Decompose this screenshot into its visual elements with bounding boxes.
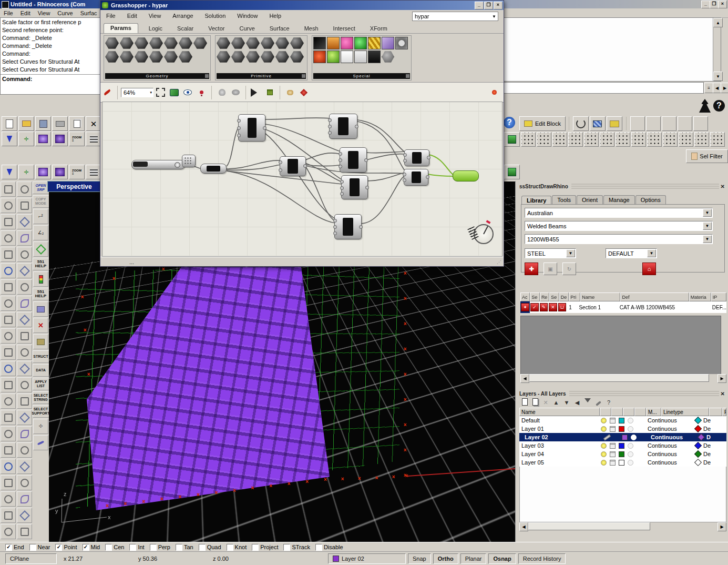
rhino-tool-icon[interactable] <box>17 312 32 327</box>
geometry-param-icon[interactable] <box>179 37 192 49</box>
dial-widget[interactable] <box>471 222 496 246</box>
osnap-checkbox-mid[interactable]: ✓ <box>83 544 89 551</box>
geometry-param-icon[interactable] <box>193 37 207 49</box>
gh-menu-arrange[interactable]: Arrange <box>172 13 193 19</box>
material-combo[interactable]: STEEL▼ <box>525 248 576 258</box>
geometry-param-icon[interactable] <box>120 51 134 63</box>
array-grid-icon[interactable] <box>662 116 676 131</box>
osnap-checkbox-strack[interactable] <box>283 544 290 551</box>
rhino-tool-icon[interactable] <box>17 459 32 474</box>
layer-linetype[interactable]: Continuous <box>648 426 693 432</box>
restore-button[interactable]: ❐ <box>710 1 719 8</box>
rhino-tool-icon[interactable] <box>1 377 16 392</box>
tab-intersect[interactable]: Intersect <box>333 25 355 33</box>
rotate-button[interactable]: ↻ <box>562 263 576 275</box>
layer-row[interactable]: Layer 03ContinuousDe <box>519 441 726 450</box>
point-array-icon[interactable] <box>584 132 599 147</box>
help-ball-icon[interactable]: ? <box>504 117 515 128</box>
menu-curve[interactable]: Curve <box>57 10 73 16</box>
zoom-extents-icon[interactable] <box>52 132 68 146</box>
special-param-icon[interactable] <box>382 51 394 63</box>
layer-name[interactable]: Layer 03 <box>519 442 599 449</box>
tools-icon[interactable] <box>593 399 603 406</box>
primitive-param-icon[interactable] <box>246 51 260 63</box>
osnap-checkbox-disable[interactable] <box>315 544 322 551</box>
geometry-param-icon[interactable] <box>120 37 134 49</box>
zoom-text-icon[interactable]: ZOOM≡ <box>69 132 85 146</box>
component-green-icon[interactable] <box>504 132 520 147</box>
rhino-tool-icon[interactable] <box>17 328 32 344</box>
layer-name[interactable]: Default <box>519 417 599 423</box>
rhino-tool-icon[interactable] <box>1 394 16 409</box>
rhino-tool-icon[interactable] <box>17 394 32 409</box>
special-param-icon[interactable] <box>313 51 326 63</box>
primitive-param-icon[interactable] <box>261 51 274 63</box>
primitive-param-icon[interactable] <box>217 37 230 49</box>
osnap-checkbox-knot[interactable] <box>227 544 233 551</box>
zoom-extents-icon[interactable] <box>52 165 68 179</box>
rhino-tool-icon[interactable] <box>17 198 32 213</box>
gh-menu-help[interactable]: Help <box>269 13 281 19</box>
geometry-param-icon[interactable] <box>105 37 119 49</box>
struct-panel-titlebar[interactable]: ssStructDrawRhino ✕ <box>519 183 726 190</box>
layers-titlebar[interactable]: Layers - All Layers ✕ <box>519 390 726 397</box>
header-name[interactable]: Name <box>519 408 600 416</box>
rhino-tool-icon[interactable] <box>17 279 32 295</box>
section-combo[interactable]: 1200WB455▼ <box>525 234 713 244</box>
lock-icon[interactable] <box>608 451 617 457</box>
tab-vector[interactable]: Vector <box>208 25 224 33</box>
scroll-left-icon[interactable]: ◀ <box>520 374 529 383</box>
macro-551-help[interactable]: 551 HELP <box>33 258 49 270</box>
layer-name[interactable]: Layer 05 <box>519 459 599 466</box>
struct-close-icon[interactable]: ✕ <box>719 184 726 189</box>
scroll-left-icon[interactable]: ◀ <box>519 522 528 531</box>
tab-surface[interactable]: Surface <box>270 25 290 33</box>
special-param-icon[interactable] <box>341 51 353 63</box>
save-icon[interactable] <box>35 116 51 131</box>
primitive-param-icon[interactable] <box>217 51 230 63</box>
number-slider[interactable] <box>131 160 185 169</box>
point-array-icon[interactable] <box>647 132 662 147</box>
layer-current-circle[interactable] <box>629 435 638 440</box>
gh-menu-solution[interactable]: Solution <box>205 13 226 19</box>
primitive-param-icon[interactable] <box>290 51 304 63</box>
osnap-checkbox-point[interactable]: ✓ <box>55 544 62 551</box>
divide-component[interactable] <box>280 156 306 176</box>
print-color-diamond[interactable] <box>696 435 706 440</box>
geometry-param-icon[interactable] <box>135 51 148 63</box>
macro-copy-mode[interactable]: COPY MODE <box>33 195 49 208</box>
traffic-light-icon[interactable] <box>33 271 48 287</box>
scroll-thumb[interactable] <box>529 374 709 382</box>
delete-icon[interactable]: ✕ <box>86 116 101 131</box>
tab-mesh[interactable]: Mesh <box>304 25 319 33</box>
print-color-diamond[interactable] <box>693 418 703 423</box>
print-color-diamond[interactable] <box>693 443 703 448</box>
layer-linetype[interactable]: Continuous <box>648 417 693 423</box>
rhino-tool-icon[interactable] <box>17 524 32 539</box>
rhino-tool-icon[interactable] <box>17 181 32 197</box>
gh-menu-window[interactable]: Window <box>237 13 258 19</box>
sculpt-brim-icon[interactable] <box>230 87 241 98</box>
rhino-tool-icon[interactable] <box>1 361 16 376</box>
component-b[interactable] <box>340 147 367 173</box>
rhino-tool-icon[interactable] <box>1 410 16 425</box>
rhino-tool-icon[interactable] <box>1 263 16 278</box>
lock-icon[interactable] <box>608 426 617 432</box>
bulb-icon[interactable] <box>599 426 608 432</box>
camera-button[interactable]: ▣ <box>544 263 557 275</box>
geometry-param-icon[interactable] <box>149 37 163 49</box>
point-array-icon[interactable] <box>710 132 725 147</box>
rhino-tool-icon[interactable] <box>17 491 32 507</box>
lock-icon[interactable] <box>608 460 617 466</box>
gem-icon[interactable] <box>299 87 309 98</box>
layers-hscrollbar[interactable]: ◀ ▶ <box>519 522 726 530</box>
osnap-checkbox-perp[interactable] <box>150 544 157 551</box>
menu-edit[interactable]: Edit <box>20 10 30 16</box>
layer-linetype[interactable]: Continuous <box>648 459 693 466</box>
geometry-param-icon[interactable] <box>179 51 192 63</box>
pin-icon[interactable] <box>196 87 207 98</box>
osnap-checkbox-cen[interactable] <box>105 544 112 551</box>
rhino-tool-icon[interactable] <box>17 361 32 376</box>
tab-manage[interactable]: Manage <box>603 195 635 204</box>
pencil-icon[interactable] <box>602 436 611 439</box>
